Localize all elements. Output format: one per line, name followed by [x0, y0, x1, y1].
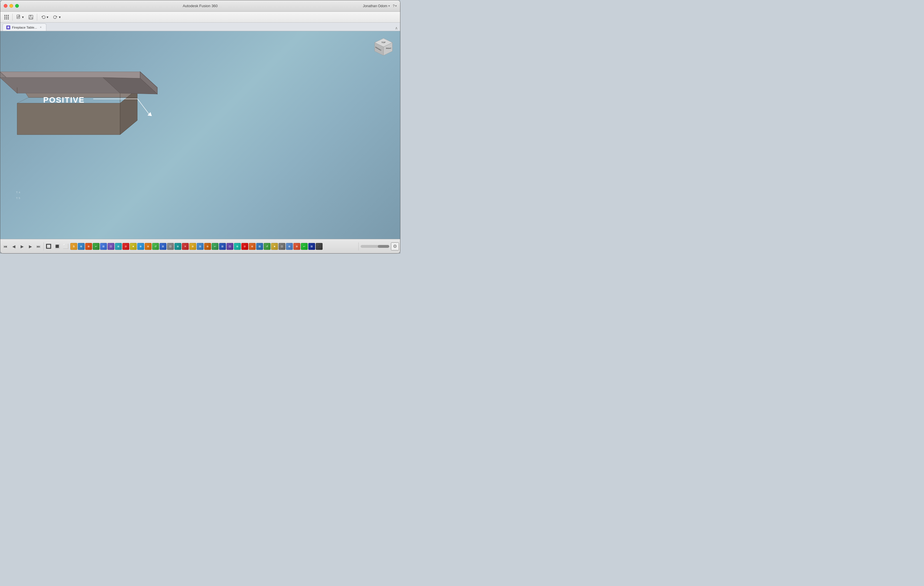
tb-orange-1[interactable]: ⊗: [85, 243, 92, 250]
user-name: Jonathan Odom: [363, 4, 387, 8]
tool-buttons-group: 🔲 🔳 ⬜ S ⊕ ⊗ ↩ ⊞ ⊡ ⊕ ⊘ ★ ⊕ ⊗ ↺ ⊞ ⊡ ⊕ ✕: [45, 242, 358, 250]
file-button[interactable]: ▾: [14, 14, 25, 21]
tb-yellow-3[interactable]: ⊕: [189, 243, 196, 250]
svg-text:T: 5: T: 5: [16, 197, 20, 199]
window-title: Autodesk Fusion 360: [183, 4, 218, 8]
bottom-separator-1: [43, 242, 44, 250]
tab-close-button[interactable]: ×: [39, 25, 43, 30]
tb-cyan-2[interactable]: ⊕: [234, 243, 241, 250]
skip-end-button[interactable]: ⏭: [35, 242, 43, 250]
minimize-button[interactable]: [10, 4, 13, 8]
tb-green-4[interactable]: ↺: [264, 243, 271, 250]
tb-blue-5[interactable]: ⊞: [197, 243, 204, 250]
save-icon: [28, 15, 33, 20]
svg-line-37: [17, 97, 29, 103]
apps-grid-icon: [4, 15, 9, 20]
tb-blue-7[interactable]: ⊞: [256, 243, 263, 250]
tb-black-1[interactable]: ⬛: [316, 243, 323, 250]
tb-blue-2[interactable]: ⊞: [100, 243, 107, 250]
tab-icon: [6, 25, 10, 30]
play-forward-button[interactable]: ▶: [26, 242, 34, 250]
svg-line-40: [137, 99, 149, 114]
tb-gray-2[interactable]: ⊡: [279, 243, 285, 250]
bottom-separator-2: [358, 242, 359, 250]
tb-blue-6[interactable]: ⊞: [219, 243, 226, 250]
annotation-svg: POSITIVE: [40, 87, 183, 144]
help-button[interactable]: ? ▾: [393, 4, 397, 8]
settings-button[interactable]: ⚙: [391, 242, 399, 250]
settings-icon: ⚙: [393, 244, 397, 249]
tb-blue-8[interactable]: ⊕: [286, 243, 293, 250]
svg-text:TOP: TOP: [381, 41, 386, 43]
tb-purple-1[interactable]: ⊡: [107, 243, 114, 250]
tb-green-1[interactable]: ↩: [92, 243, 99, 250]
tb-orange-2[interactable]: ⊗: [145, 243, 152, 250]
toolbar: ▾ ▾ ▾: [0, 12, 400, 23]
playback-controls: ⏮ ◀ ▶ ▶ ⏭: [2, 242, 43, 250]
user-menu[interactable]: Jonathan Odom ▾: [363, 4, 390, 8]
tb-red-2[interactable]: ✕: [182, 243, 189, 250]
tb-orange-4[interactable]: ⊕: [249, 243, 256, 250]
tb-red-3[interactable]: ⊘: [241, 243, 248, 250]
title-bar: Autodesk Fusion 360 Jonathan Odom ▾ ? ▾: [0, 0, 400, 12]
bottom-toolbar: ⏮ ◀ ▶ ▶ ⏭ 🔲 🔳 ⬜ S ⊕ ⊗ ↩ ⊞ ⊡ ⊕ ⊘ ★: [0, 239, 400, 253]
close-button[interactable]: [4, 4, 7, 8]
redo-chevron: ▾: [59, 15, 61, 19]
tb-green-2[interactable]: ↺: [152, 243, 159, 250]
small-tool-buttons: S ⊕ ⊗ ↩ ⊞ ⊡ ⊕ ⊘ ★ ⊕ ⊗ ↺ ⊞ ⊡ ⊕ ✕ ⊕ ⊞ ⊗ ↩: [70, 243, 323, 250]
tab-collapse-arrow[interactable]: ∧: [395, 26, 398, 30]
tb-green-3[interactable]: ↩: [212, 243, 218, 250]
svg-rect-6: [30, 17, 32, 19]
window-controls: [4, 4, 19, 8]
apps-button[interactable]: [3, 14, 11, 20]
undo-icon: [41, 15, 46, 20]
tb-green-5[interactable]: ↩: [301, 243, 308, 250]
chevron-down-icon: ▾: [395, 4, 397, 7]
tb-yellow-4[interactable]: ★: [271, 243, 278, 250]
file-chevron: ▾: [22, 15, 24, 19]
tb-red-1[interactable]: ⊘: [122, 243, 129, 250]
help-icon: ?: [393, 4, 394, 8]
save-button[interactable]: [26, 14, 35, 21]
tb-blue-3[interactable]: ⊕: [137, 243, 144, 250]
svg-text:POSITIVE: POSITIVE: [43, 95, 85, 104]
play-button[interactable]: ▶: [18, 242, 26, 250]
document-tab[interactable]: Fireplace Table... ×: [3, 23, 46, 31]
redo-button[interactable]: ▾: [51, 14, 62, 21]
undo-chevron: ▾: [46, 15, 48, 19]
view-cube[interactable]: TOP FRONT RIGHT: [373, 37, 394, 58]
svg-marker-41: [148, 112, 152, 116]
tb-blue-1[interactable]: ⊕: [78, 243, 85, 250]
undo-button[interactable]: ▾: [39, 14, 50, 21]
tb-teal-1[interactable]: ⊕: [175, 243, 182, 250]
svg-text:T: 4: T: 4: [16, 191, 20, 194]
toolbar-separator: [12, 14, 13, 21]
viewport[interactable]: POSITIVE TOP: [0, 31, 400, 239]
tool-btn-3[interactable]: ⬜: [62, 242, 70, 250]
tool-btn-1[interactable]: 🔲: [45, 242, 53, 250]
tb-blue-4[interactable]: ⊞: [160, 243, 167, 250]
tab-bar: Fireplace Table... × ∧: [0, 23, 400, 31]
skip-start-button[interactable]: ⏮: [2, 242, 10, 250]
title-bar-right: Jonathan Odom ▾ ? ▾: [363, 4, 397, 8]
tb-navy-1[interactable]: ⊞: [308, 243, 315, 250]
toolbar-separator-2: [37, 14, 37, 21]
tool-btn-2[interactable]: 🔳: [53, 242, 61, 250]
tb-yellow-1[interactable]: S: [70, 243, 77, 250]
scrollbar-thumb[interactable]: [378, 245, 389, 248]
svg-rect-5: [30, 15, 31, 16]
step-back-button[interactable]: ◀: [10, 242, 18, 250]
tb-cyan-1[interactable]: ⊕: [115, 243, 122, 250]
tb-orange-5[interactable]: ⊗: [294, 243, 300, 250]
view-cube-svg: TOP FRONT RIGHT: [373, 37, 394, 58]
file-icon: [16, 15, 21, 20]
tb-yellow-2[interactable]: ★: [130, 243, 137, 250]
tb-gray-1[interactable]: ⊡: [167, 243, 174, 250]
tb-purple-2[interactable]: ⊡: [226, 243, 233, 250]
tb-orange-3[interactable]: ⊗: [204, 243, 211, 250]
maximize-button[interactable]: [15, 4, 19, 8]
svg-text:RIGHT: RIGHT: [386, 48, 391, 49]
dimension-markers: T: 4 T: 5: [15, 188, 43, 216]
main-window: Autodesk Fusion 360 Jonathan Odom ▾ ? ▾: [0, 0, 400, 253]
timeline-scrollbar[interactable]: [361, 245, 389, 248]
